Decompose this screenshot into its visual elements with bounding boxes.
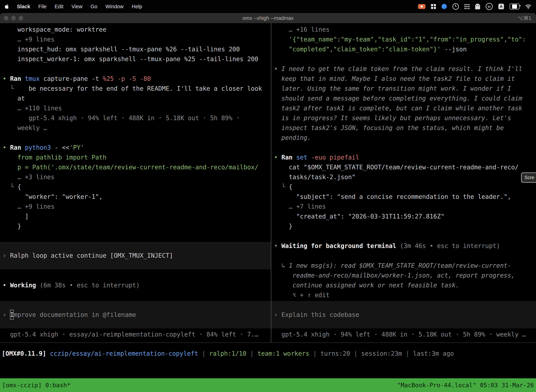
icon-part	[464, 6, 466, 7]
terminal-line: └ {	[274, 182, 536, 192]
traffic-lights	[0, 16, 23, 20]
icon-part	[431, 7, 433, 9]
terminal-text-segment: at	[3, 95, 25, 102]
terminal-line: workspace_mode: worktree	[3, 25, 271, 34]
menu-bar-status-icons: 61 A	[418, 3, 531, 10]
menu-item-help[interactable]: Help	[132, 4, 142, 9]
terminal-text-segment: {	[289, 183, 292, 190]
percent-badge-icon[interactable]: 61	[486, 3, 493, 10]
terminal-text-segment: (3m 46s • esc to interrupt)	[400, 242, 500, 249]
screen-recording-indicator[interactable]	[418, 4, 425, 9]
terminal-text-segment: inspect_hud: omx sparkshell --tmux-pane …	[3, 46, 240, 53]
terminal-text-segment: workspace_mode: worktree	[3, 26, 106, 33]
status-segment: ralph:1/10	[209, 350, 246, 357]
terminal-text-segment: "created_at": "2026-03-31T11:59:27.816Z"	[274, 213, 444, 220]
prompt-input-band[interactable]: › Explain this codebase	[271, 301, 536, 328]
terminal-line: readme-and-reco/mailbox/worker-1.json, a…	[274, 271, 536, 280]
ghost-app-icon[interactable]	[475, 4, 480, 9]
blue-app-icon[interactable]	[442, 4, 447, 9]
terminal-text-segment: Explain this codebase	[281, 310, 359, 320]
terminal-text-segment: {	[17, 183, 21, 190]
icon-part	[468, 4, 469, 5]
wifi-icon[interactable]	[525, 4, 531, 9]
terminal-line: keep that in mind. Maybe I also need the…	[274, 74, 536, 84]
terminal-text-segment: └	[274, 183, 289, 190]
terminal-line: gpt-5.4 xhigh · 94% left · 488K in · 5.1…	[274, 330, 536, 339]
menu-item-view[interactable]: View	[72, 4, 82, 9]
terminal-line: … +110 lines	[3, 103, 271, 113]
terminal-text-segment: Ran	[281, 154, 296, 161]
terminal-text-segment: … +3 lines	[3, 173, 54, 181]
minimize-button[interactable]	[11, 16, 16, 20]
terminal-text-segment: readme-and-reco/mailbox/worker-1.json, a…	[274, 272, 515, 279]
close-button[interactable]	[4, 16, 9, 20]
terminal-line: at	[3, 93, 271, 103]
apple-menu-icon[interactable]	[5, 4, 9, 9]
terminal-line: "worker": "worker-1",	[3, 192, 271, 202]
battery-icon[interactable]	[510, 4, 519, 9]
screen: Slack FileEditViewGoWindowHelp 61 A	[0, 0, 536, 392]
terminal-line: should send a message before completing …	[274, 93, 536, 103]
icon-part	[431, 4, 433, 6]
terminal-line: "created_at": "2026-03-31T11:59:27.816Z"	[274, 211, 536, 221]
window-grid-icon[interactable]	[431, 4, 436, 9]
terminal-text-segment: … +9 lines	[3, 36, 54, 43]
terminal-line: p = Path('.omx/state/team/review-current…	[3, 162, 271, 172]
terminal-text-segment: ›	[3, 251, 10, 261]
icon-part	[468, 8, 469, 9]
terminal-line: }	[3, 221, 271, 231]
terminal-pane-right[interactable]: … +16 lines '{"team_name":"my-team","tas…	[271, 23, 536, 342]
terminal-line: • Working (6m 38s • esc to interrupt)	[3, 280, 271, 290]
terminal-text-segment: •	[3, 144, 10, 151]
menu-item-file[interactable]: File	[38, 4, 47, 9]
terminal-text-segment: capture-pane -t	[43, 75, 103, 82]
terminal-line: ⌥ + ↑ edit	[274, 290, 536, 300]
zoom-button[interactable]	[19, 16, 23, 20]
status-segment: last:3m ago	[413, 350, 454, 357]
screenshot-popup[interactable]: Scre	[521, 173, 536, 183]
menu-item-window[interactable]: Window	[105, 4, 124, 9]
terminal-text-segment: mprove documentation in @filename	[14, 310, 136, 320]
terminal-text-segment: from pathlib import Path	[3, 154, 106, 161]
terminal-line: cat "$OMX_TEAM_STATE_ROOT/team/review-cu…	[274, 162, 536, 172]
terminal-text-segment: inspect task2's JSON, focusing on the st…	[274, 124, 504, 131]
dots-grid-icon[interactable]	[464, 4, 469, 9]
input-source-icon[interactable]: A	[498, 4, 504, 9]
terminal-text-segment: keep that in mind. Maybe I also need the…	[274, 75, 515, 82]
terminal-text-segment: --json	[444, 46, 467, 53]
clock-icon[interactable]	[452, 3, 459, 10]
status-segment: |	[309, 350, 321, 357]
terminal-line: "completed","claim_token":"claim-token"}…	[274, 44, 536, 54]
terminal-line: • I need to get the claim token from the…	[274, 64, 536, 74]
prompt-input-band[interactable]: › Improve documentation in @filename	[0, 301, 271, 328]
terminal-line: pending.	[274, 133, 536, 143]
terminal-text-segment: Ran	[10, 144, 25, 151]
terminal-text-segment: 1 new msg(s): read $OMX_TEAM_STATE_ROOT/…	[289, 262, 511, 269]
terminal-text-segment: cat "$OMX_TEAM_STATE_ROOT/team/review-cu…	[274, 164, 519, 171]
terminal-text-segment: •	[3, 282, 10, 289]
terminal-text-segment: python3	[25, 144, 54, 151]
terminal-line: tasks/task-2.json"	[274, 172, 536, 182]
terminal-line: └ {	[3, 182, 271, 192]
status-segment: |	[350, 350, 361, 357]
terminal-text-segment: '{"team_name":"my-team","task_id":"1","f…	[274, 36, 526, 43]
icon-part	[466, 8, 468, 9]
terminal-text-segment: 'PY'	[69, 144, 84, 151]
terminal-text-segment: task2 after task1 is complete, but can I…	[274, 105, 522, 112]
terminal-text-segment: ›	[274, 310, 281, 320]
terminal-text-segment: later. Using the same for transition mig…	[274, 85, 511, 92]
status-segment: team:1 workers	[258, 350, 309, 357]
menu-item-edit[interactable]: Edit	[55, 4, 63, 9]
menu-app-name[interactable]: Slack	[17, 4, 30, 9]
menu-bar: Slack FileEditViewGoWindowHelp 61 A	[0, 0, 536, 13]
menu-item-go[interactable]: Go	[91, 4, 97, 9]
terminal-line: '{"team_name":"my-team","task_id":"1","f…	[274, 34, 536, 44]
terminal-pane-left[interactable]: workspace_mode: worktree … +9 lines insp…	[0, 23, 271, 342]
terminal-text-segment: Waiting for background terminal	[281, 242, 400, 249]
terminal-text-segment: … +110 lines	[3, 105, 62, 112]
status-segment: turns:20	[321, 350, 350, 357]
terminal-line: gpt-5.4 xhigh · essay/ai-reimplementatio…	[3, 330, 271, 339]
text-cursor: I	[10, 310, 14, 320]
terminal-line: weekly …	[3, 123, 271, 133]
terminal-text-segment: %25	[103, 75, 117, 82]
